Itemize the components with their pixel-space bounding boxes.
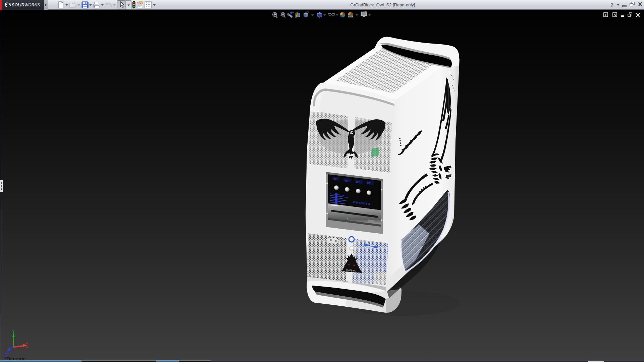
svg-text:*Dimetric: *Dimetric xyxy=(4,356,25,360)
svg-text:95": 95" xyxy=(367,182,371,185)
svg-text:92": 92" xyxy=(356,180,360,184)
svg-text:28': 28' xyxy=(333,178,337,181)
svg-text:?: ? xyxy=(610,2,613,8)
svg-text:45": 45" xyxy=(344,179,349,182)
